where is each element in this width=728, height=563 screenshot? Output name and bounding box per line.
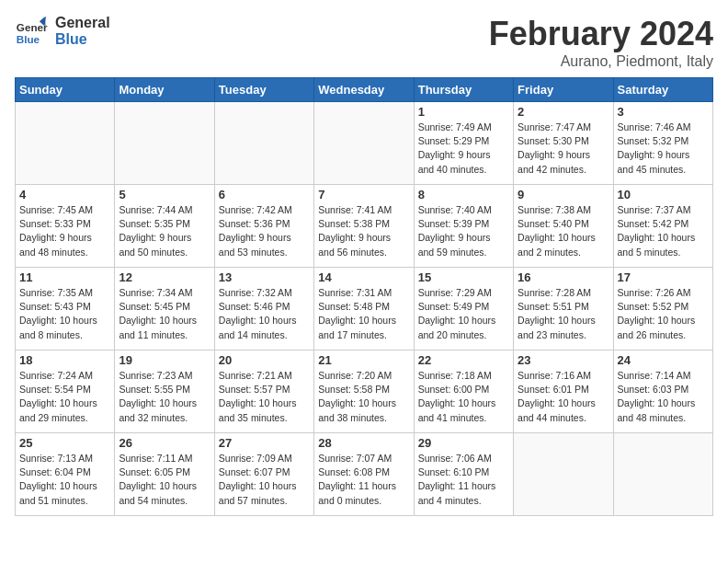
day-number: 25	[19, 436, 110, 450]
day-cell-5-7	[613, 433, 712, 516]
day-info: Sunrise: 7:24 AM Sunset: 5:54 PM Dayligh…	[19, 369, 110, 425]
day-info: Sunrise: 7:47 AM Sunset: 5:30 PM Dayligh…	[518, 121, 609, 177]
day-cell-1-7: 3Sunrise: 7:46 AM Sunset: 5:32 PM Daylig…	[613, 102, 712, 185]
day-cell-5-3: 27Sunrise: 7:09 AM Sunset: 6:07 PM Dayli…	[214, 433, 313, 516]
day-info: Sunrise: 7:07 AM Sunset: 6:08 PM Dayligh…	[318, 452, 409, 508]
day-info: Sunrise: 7:41 AM Sunset: 5:38 PM Dayligh…	[318, 203, 409, 259]
weekday-header-row: Sunday Monday Tuesday Wednesday Thursday…	[16, 78, 713, 102]
day-number: 2	[518, 105, 609, 119]
day-number: 27	[219, 436, 310, 450]
day-cell-3-6: 16Sunrise: 7:28 AM Sunset: 5:51 PM Dayli…	[514, 268, 613, 350]
day-info: Sunrise: 7:21 AM Sunset: 5:57 PM Dayligh…	[219, 369, 310, 425]
day-cell-4-5: 22Sunrise: 7:18 AM Sunset: 6:00 PM Dayli…	[414, 350, 513, 433]
logo-icon: General Blue	[15, 15, 48, 48]
header-thursday: Thursday	[414, 78, 513, 102]
day-cell-2-6: 9Sunrise: 7:38 AM Sunset: 5:40 PM Daylig…	[514, 185, 613, 268]
calendar-title: February 2024	[489, 15, 713, 53]
day-cell-1-6: 2Sunrise: 7:47 AM Sunset: 5:30 PM Daylig…	[514, 102, 613, 185]
day-number: 21	[318, 353, 409, 367]
week-row-2: 4Sunrise: 7:45 AM Sunset: 5:33 PM Daylig…	[16, 185, 713, 268]
day-cell-4-7: 24Sunrise: 7:14 AM Sunset: 6:03 PM Dayli…	[613, 350, 712, 433]
header-friday: Friday	[514, 78, 613, 102]
day-number: 15	[418, 270, 509, 284]
day-cell-2-3: 6Sunrise: 7:42 AM Sunset: 5:36 PM Daylig…	[214, 185, 313, 268]
day-number: 8	[418, 188, 509, 201]
day-info: Sunrise: 7:23 AM Sunset: 5:55 PM Dayligh…	[119, 369, 210, 425]
day-info: Sunrise: 7:06 AM Sunset: 6:10 PM Dayligh…	[418, 452, 509, 508]
day-info: Sunrise: 7:14 AM Sunset: 6:03 PM Dayligh…	[618, 369, 709, 425]
day-number: 16	[518, 270, 609, 284]
day-cell-1-3	[214, 102, 313, 185]
day-number: 5	[119, 188, 210, 201]
header: General Blue General Blue February 2024 …	[15, 15, 713, 70]
day-cell-2-2: 5Sunrise: 7:44 AM Sunset: 5:35 PM Daylig…	[115, 185, 214, 268]
week-row-4: 18Sunrise: 7:24 AM Sunset: 5:54 PM Dayli…	[16, 350, 713, 433]
day-number: 18	[19, 353, 110, 367]
day-info: Sunrise: 7:28 AM Sunset: 5:51 PM Dayligh…	[518, 286, 609, 342]
day-info: Sunrise: 7:29 AM Sunset: 5:49 PM Dayligh…	[418, 286, 509, 342]
day-cell-3-4: 14Sunrise: 7:31 AM Sunset: 5:48 PM Dayli…	[314, 268, 414, 350]
day-number: 4	[19, 188, 110, 201]
day-info: Sunrise: 7:18 AM Sunset: 6:00 PM Dayligh…	[418, 369, 509, 425]
day-info: Sunrise: 7:37 AM Sunset: 5:42 PM Dayligh…	[618, 203, 709, 259]
day-info: Sunrise: 7:40 AM Sunset: 5:39 PM Dayligh…	[418, 203, 509, 259]
day-info: Sunrise: 7:26 AM Sunset: 5:52 PM Dayligh…	[618, 286, 709, 342]
day-cell-1-2	[115, 102, 214, 185]
day-cell-2-7: 10Sunrise: 7:37 AM Sunset: 5:42 PM Dayli…	[613, 185, 712, 268]
day-cell-2-4: 7Sunrise: 7:41 AM Sunset: 5:38 PM Daylig…	[314, 185, 414, 268]
day-cell-4-4: 21Sunrise: 7:20 AM Sunset: 5:58 PM Dayli…	[314, 350, 414, 433]
day-cell-4-3: 20Sunrise: 7:21 AM Sunset: 5:57 PM Dayli…	[214, 350, 313, 433]
day-cell-5-6	[514, 433, 613, 516]
day-info: Sunrise: 7:42 AM Sunset: 5:36 PM Dayligh…	[219, 203, 310, 259]
day-info: Sunrise: 7:13 AM Sunset: 6:04 PM Dayligh…	[19, 452, 110, 508]
day-cell-1-4	[314, 102, 414, 185]
day-info: Sunrise: 7:32 AM Sunset: 5:46 PM Dayligh…	[219, 286, 310, 342]
day-number: 29	[418, 436, 509, 450]
day-info: Sunrise: 7:35 AM Sunset: 5:43 PM Dayligh…	[19, 286, 110, 342]
day-number: 9	[518, 188, 609, 201]
header-wednesday: Wednesday	[314, 78, 414, 102]
day-cell-5-2: 26Sunrise: 7:11 AM Sunset: 6:05 PM Dayli…	[115, 433, 214, 516]
day-cell-1-5: 1Sunrise: 7:49 AM Sunset: 5:29 PM Daylig…	[414, 102, 513, 185]
day-number: 11	[19, 270, 110, 284]
day-number: 6	[219, 188, 310, 201]
day-cell-4-1: 18Sunrise: 7:24 AM Sunset: 5:54 PM Dayli…	[16, 350, 115, 433]
day-cell-3-2: 12Sunrise: 7:34 AM Sunset: 5:45 PM Dayli…	[115, 268, 214, 350]
day-number: 22	[418, 353, 509, 367]
header-monday: Monday	[115, 78, 214, 102]
day-cell-3-5: 15Sunrise: 7:29 AM Sunset: 5:49 PM Dayli…	[414, 268, 513, 350]
header-saturday: Saturday	[613, 78, 712, 102]
day-info: Sunrise: 7:16 AM Sunset: 6:01 PM Dayligh…	[518, 369, 609, 425]
day-info: Sunrise: 7:45 AM Sunset: 5:33 PM Dayligh…	[19, 203, 110, 259]
week-row-3: 11Sunrise: 7:35 AM Sunset: 5:43 PM Dayli…	[16, 268, 713, 350]
day-cell-4-2: 19Sunrise: 7:23 AM Sunset: 5:55 PM Dayli…	[115, 350, 214, 433]
header-tuesday: Tuesday	[214, 78, 313, 102]
day-number: 17	[618, 270, 709, 284]
calendar-table: Sunday Monday Tuesday Wednesday Thursday…	[15, 77, 713, 516]
day-number: 26	[119, 436, 210, 450]
logo-general: General	[55, 15, 110, 31]
day-info: Sunrise: 7:49 AM Sunset: 5:29 PM Dayligh…	[418, 121, 509, 177]
day-cell-4-6: 23Sunrise: 7:16 AM Sunset: 6:01 PM Dayli…	[514, 350, 613, 433]
title-area: February 2024 Aurano, Piedmont, Italy	[489, 15, 713, 70]
day-cell-2-5: 8Sunrise: 7:40 AM Sunset: 5:39 PM Daylig…	[414, 185, 513, 268]
day-number: 12	[119, 270, 210, 284]
day-number: 23	[518, 353, 609, 367]
day-info: Sunrise: 7:31 AM Sunset: 5:48 PM Dayligh…	[318, 286, 409, 342]
day-number: 19	[119, 353, 210, 367]
calendar-subtitle: Aurano, Piedmont, Italy	[489, 53, 713, 70]
day-cell-5-4: 28Sunrise: 7:07 AM Sunset: 6:08 PM Dayli…	[314, 433, 414, 516]
day-cell-5-5: 29Sunrise: 7:06 AM Sunset: 6:10 PM Dayli…	[414, 433, 513, 516]
day-info: Sunrise: 7:46 AM Sunset: 5:32 PM Dayligh…	[618, 121, 709, 177]
week-row-1: 1Sunrise: 7:49 AM Sunset: 5:29 PM Daylig…	[16, 102, 713, 185]
logo: General Blue General Blue	[15, 15, 110, 48]
day-cell-3-1: 11Sunrise: 7:35 AM Sunset: 5:43 PM Dayli…	[16, 268, 115, 350]
day-info: Sunrise: 7:38 AM Sunset: 5:40 PM Dayligh…	[518, 203, 609, 259]
day-info: Sunrise: 7:11 AM Sunset: 6:05 PM Dayligh…	[119, 452, 210, 508]
day-number: 28	[318, 436, 409, 450]
day-number: 13	[219, 270, 310, 284]
day-info: Sunrise: 7:44 AM Sunset: 5:35 PM Dayligh…	[119, 203, 210, 259]
day-number: 20	[219, 353, 310, 367]
day-number: 14	[318, 270, 409, 284]
logo-blue: Blue	[55, 31, 110, 48]
